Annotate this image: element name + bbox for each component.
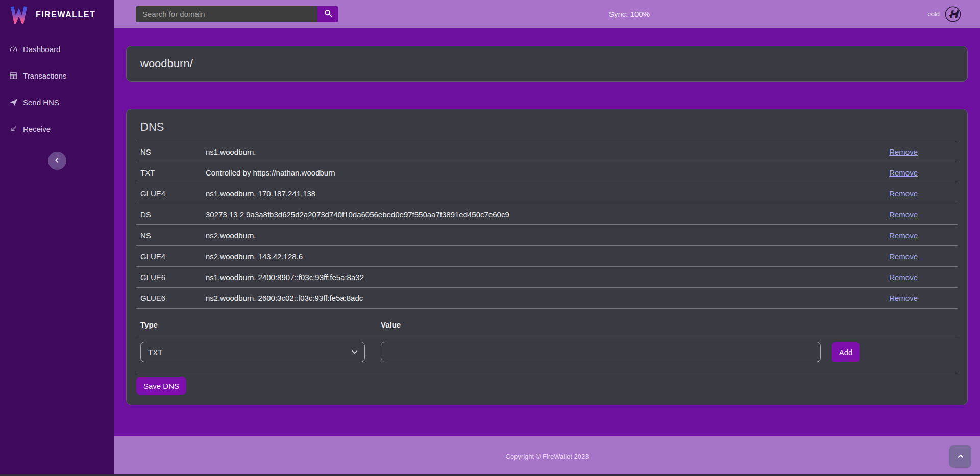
add-record-button[interactable]: Add xyxy=(832,342,860,362)
record-value: ns1.woodburn. 170.187.241.138 xyxy=(206,189,881,198)
dns-record-row: TXT Controlled by https://nathan.woodbur… xyxy=(136,162,958,183)
scroll-to-top-button[interactable] xyxy=(949,445,971,468)
remove-record-link[interactable]: Remove xyxy=(889,252,918,261)
domain-title: woodburn/ xyxy=(140,57,193,70)
sidebar-collapse-button[interactable] xyxy=(48,152,66,170)
record-type: NS xyxy=(140,147,206,156)
remove-record-link[interactable]: Remove xyxy=(889,231,918,240)
record-type: GLUE4 xyxy=(140,252,206,261)
sidebar-item-label: Transactions xyxy=(23,71,66,80)
remove-record-link[interactable]: Remove xyxy=(889,168,918,177)
remove-record-link[interactable]: Remove xyxy=(889,189,918,198)
sidebar-item-label: Receive xyxy=(23,124,51,133)
search-button[interactable] xyxy=(317,6,338,22)
sidebar-item-label: Send HNS xyxy=(23,98,59,107)
record-value: ns2.woodburn. xyxy=(206,231,881,240)
sidebar-item-dashboard[interactable]: Dashboard xyxy=(0,36,114,62)
search-input[interactable] xyxy=(136,6,317,22)
record-value-input[interactable] xyxy=(381,342,821,362)
firewallet-app: FIREWALLET Dashboard xyxy=(0,0,980,476)
dns-record-row: DS 30273 13 2 9a3a8fb3d625d2a2073d740f10… xyxy=(136,204,958,225)
remove-record-link[interactable]: Remove xyxy=(889,210,918,219)
record-type: GLUE6 xyxy=(140,273,206,282)
record-value: 30273 13 2 9a3a8fb3d625d2a2073d740f10da6… xyxy=(206,210,881,219)
sync-status: Sync: 100% xyxy=(609,10,650,18)
dns-table: NS ns1.woodburn. Remove TXT Controlled b… xyxy=(136,141,958,395)
remove-record-link[interactable]: Remove xyxy=(889,294,918,303)
record-type: TXT xyxy=(140,168,206,177)
wallet-indicator: cold H xyxy=(927,6,962,23)
chevron-left-icon xyxy=(53,156,61,166)
paper-plane-icon xyxy=(9,98,18,107)
form-header-divider xyxy=(136,336,958,336)
record-type: GLUE6 xyxy=(140,294,206,303)
remove-record-link[interactable]: Remove xyxy=(889,147,918,156)
dns-card: DNS NS ns1.woodburn. Remove TXT Controll… xyxy=(126,109,968,405)
dns-form-headers: Type Value xyxy=(136,309,958,336)
brand-name: FIREWALLET xyxy=(36,10,95,19)
domain-title-card: woodburn/ xyxy=(126,46,968,82)
main-area: woodburn/ DNS NS ns1.woodburn. Remove TX… xyxy=(114,28,980,436)
record-type-select[interactable]: TXT xyxy=(140,342,365,362)
wallet-name: cold xyxy=(927,10,940,18)
record-value: ns1.woodburn. 2400:8907::f03c:93ff:fe5a:… xyxy=(206,273,881,282)
type-column-header: Type xyxy=(140,320,381,329)
record-type-select-wrap: TXT xyxy=(140,342,365,362)
record-value: ns1.woodburn. xyxy=(206,147,881,156)
firewallet-logo-icon xyxy=(9,4,29,26)
topbar: Sync: 100% cold H xyxy=(114,0,980,28)
brand[interactable]: FIREWALLET xyxy=(0,0,114,30)
add-record-row: TXT Add xyxy=(136,342,958,362)
value-column-header: Value xyxy=(381,320,401,329)
sidebar-item-transactions[interactable]: Transactions xyxy=(0,62,114,89)
domain-search xyxy=(136,6,338,22)
record-value: Controlled by https://nathan.woodburn xyxy=(206,168,881,177)
dns-record-row: NS ns1.woodburn. Remove xyxy=(136,141,958,162)
sidebar-item-receive[interactable]: Receive xyxy=(0,115,114,142)
handshake-logo-icon[interactable]: H xyxy=(944,6,962,23)
search-icon xyxy=(324,9,333,19)
save-dns-button[interactable]: Save DNS xyxy=(136,377,186,395)
dns-record-row: GLUE4 ns2.woodburn. 143.42.128.6 Remove xyxy=(136,246,958,267)
gauge-icon xyxy=(9,45,18,54)
dns-card-title: DNS xyxy=(127,109,967,141)
content-column: Sync: 100% cold H woodburn/ DNS xyxy=(114,0,980,476)
dns-record-row: GLUE4 ns1.woodburn. 170.187.241.138 Remo… xyxy=(136,183,958,204)
sidebar: FIREWALLET Dashboard xyxy=(0,0,114,476)
chevron-up-icon xyxy=(957,452,965,462)
save-divider xyxy=(136,372,958,372)
dns-record-row: GLUE6 ns1.woodburn. 2400:8907::f03c:93ff… xyxy=(136,267,958,288)
sidebar-nav: Dashboard Transactions xyxy=(0,36,114,142)
copyright-text: Copyright © FireWallet 2023 xyxy=(506,453,589,460)
record-type: DS xyxy=(140,210,206,219)
remove-record-link[interactable]: Remove xyxy=(889,273,918,282)
record-type: GLUE4 xyxy=(140,189,206,198)
dns-record-row: GLUE6 ns2.woodburn. 2600:3c02::f03c:93ff… xyxy=(136,288,958,309)
sidebar-item-send-hns[interactable]: Send HNS xyxy=(0,89,114,115)
record-value: ns2.woodburn. 2600:3c02::f03c:93ff:fe5a:… xyxy=(206,294,881,303)
record-type: NS xyxy=(140,231,206,240)
table-icon xyxy=(9,71,18,80)
dns-record-row: NS ns2.woodburn. Remove xyxy=(136,225,958,246)
footer: Copyright © FireWallet 2023 xyxy=(114,436,980,476)
arrow-down-left-icon xyxy=(9,124,18,133)
sidebar-item-label: Dashboard xyxy=(23,45,60,54)
dns-records: NS ns1.woodburn. Remove TXT Controlled b… xyxy=(136,141,958,309)
record-value: ns2.woodburn. 143.42.128.6 xyxy=(206,252,881,261)
